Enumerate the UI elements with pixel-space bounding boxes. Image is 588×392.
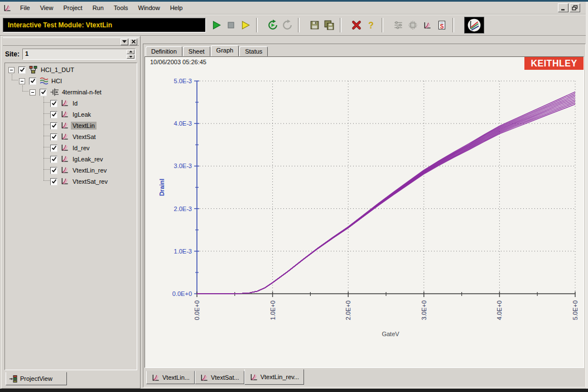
connections-button[interactable] [391, 18, 406, 32]
sheet-tab-VtextSat[interactable]: VtextSat... [195, 371, 244, 384]
tree-item-VtextSat_rev[interactable]: VtextSat_rev [5, 176, 137, 187]
graph-settings-button[interactable] [420, 18, 435, 32]
tree-item-HCI[interactable]: HCI [5, 75, 137, 87]
help-button[interactable]: ? [364, 18, 378, 32]
tree-item-label: IgLeak [71, 111, 93, 118]
y-tick-label: 0.0E+0 [172, 290, 192, 297]
sheet-tab-VtextLin[interactable]: VtextLin... [146, 371, 195, 384]
mini-graph-icon [60, 155, 69, 164]
tree-item-4terminal-n-fet[interactable]: 4terminal-n-fet [5, 87, 137, 98]
checkbox[interactable] [29, 78, 36, 85]
toolbar-separator [298, 18, 300, 32]
checkbox[interactable] [50, 100, 57, 107]
site-spinner [127, 50, 134, 59]
sheet-tabs: VtextLin... VtextSat... VtextLin_rev... [144, 369, 585, 387]
checkbox[interactable] [18, 66, 26, 74]
toolbar: Interactive Test Module: VtextLin ? S [0, 15, 586, 36]
projectview-icon [9, 375, 18, 383]
kite-graph-button[interactable] [464, 17, 484, 34]
tree-item-IgLeak[interactable]: IgLeak [5, 109, 137, 120]
tree-item-label: Id [71, 99, 79, 107]
y-tick-label: 3.0E-3 [174, 162, 192, 169]
expand-toggle[interactable] [30, 89, 36, 95]
menu-run[interactable]: Run [88, 2, 109, 13]
menu-help[interactable]: Help [165, 2, 188, 13]
stop-test-button[interactable] [224, 18, 238, 32]
menu-window[interactable]: Window [133, 2, 165, 13]
site-input[interactable]: 1 [22, 49, 136, 60]
save-all-button[interactable] [322, 18, 336, 32]
tree-item-VtextLin[interactable]: VtextLin [5, 120, 137, 131]
append-run-button[interactable] [238, 18, 253, 32]
graph-view: 10/06/2003 05:26:45 KEITHLEY 0.0E+01.0E-… [144, 56, 584, 368]
save-icon [310, 20, 320, 30]
checkbox[interactable] [50, 133, 57, 141]
restore-button[interactable] [570, 3, 580, 12]
checkbox[interactable] [50, 122, 57, 130]
tab-definition[interactable]: Definition [146, 46, 182, 56]
panel-menu-button[interactable] [121, 39, 128, 45]
panel-close-button[interactable] [129, 39, 137, 45]
kite-application-window: FileViewProjectRunToolsWindowHelp Intera… [0, 0, 588, 392]
tree-item-VtextSat[interactable]: VtextSat [5, 131, 137, 142]
projectview-tab-label: ProjectView [20, 375, 52, 382]
minimize-button[interactable] [558, 3, 568, 12]
menu-view[interactable]: View [35, 2, 59, 13]
kite-graph-black-icon [467, 18, 481, 32]
y-axis-title: DrainI [158, 179, 165, 196]
checkbox[interactable] [50, 111, 57, 118]
tree-item-label: VtextLin [71, 122, 97, 130]
tree-item-Id[interactable]: Id [5, 98, 137, 109]
save-button[interactable] [307, 18, 322, 32]
tree-item-Id_rev[interactable]: Id_rev [5, 142, 137, 154]
project-tree: HCI_1_DUTHCI4terminal-n-fet Id IgLeak Vt… [4, 63, 137, 370]
nfet-icon [50, 88, 59, 97]
mini-graph-icon [60, 166, 69, 175]
site-spin-up-button[interactable] [127, 50, 134, 54]
delete-button[interactable] [349, 18, 364, 32]
sheet-tab-VtextLin_rev[interactable]: VtextLin_rev... [244, 369, 305, 385]
y-tick-label: 5.0E-3 [174, 78, 192, 84]
draini-vs-gatev-plot: 0.0E+01.0E-32.0E-33.0E-34.0E-35.0E-30.0E… [145, 66, 584, 356]
menu-file[interactable]: File [15, 2, 35, 13]
sheet-tab-label: VtextLin_rev... [261, 374, 300, 380]
toolbar-group [209, 18, 253, 32]
mini-graph-icon [423, 21, 432, 30]
drain-current-trace [197, 95, 575, 294]
run-test-button[interactable] [209, 18, 224, 32]
chip-icon [408, 20, 418, 30]
menu-project[interactable]: Project [58, 2, 87, 13]
menu-tools[interactable]: Tools [109, 2, 133, 13]
tree-item-IgLeak_rev[interactable]: IgLeak_rev [5, 154, 137, 165]
tab-projectview[interactable]: ProjectView [6, 372, 67, 385]
tree-item-label: HCI [50, 77, 64, 85]
sheet-button[interactable]: S [435, 18, 449, 32]
checkbox[interactable] [40, 89, 47, 96]
run-cycle-disabled-button[interactable] [280, 18, 295, 32]
toolbar-separator [256, 18, 258, 32]
window-controls [558, 3, 580, 12]
checkbox[interactable] [50, 178, 57, 185]
expand-toggle[interactable] [8, 67, 15, 73]
expand-toggle[interactable] [19, 78, 25, 84]
instrument-button[interactable] [406, 18, 420, 32]
checkbox[interactable] [50, 167, 57, 174]
run-cycle-button[interactable] [266, 18, 280, 32]
tree-item-HCI_1_DUT[interactable]: HCI_1_DUT [5, 64, 137, 75]
drain-current-trace [197, 99, 575, 294]
mini-graph-icon [60, 99, 69, 108]
module-tabs: DefinitionSheetGraphStatus [146, 45, 268, 56]
circuit-icon [393, 20, 403, 30]
run-loop-disabled-icon [282, 20, 293, 31]
checkbox[interactable] [50, 156, 57, 163]
tree-item-VtextLin_rev[interactable]: VtextLin_rev [5, 165, 137, 176]
tab-sheet[interactable]: Sheet [183, 46, 210, 56]
site-spin-down-button[interactable] [127, 55, 134, 59]
tree-item-label: HCI_1_DUT [39, 66, 76, 74]
help-icon: ? [366, 20, 376, 30]
mini-graph-icon [200, 374, 209, 381]
tree-item-label: 4terminal-n-fet [60, 88, 103, 96]
tab-status[interactable]: Status [239, 46, 268, 56]
checkbox[interactable] [50, 145, 57, 152]
tab-graph[interactable]: Graph [211, 45, 239, 56]
